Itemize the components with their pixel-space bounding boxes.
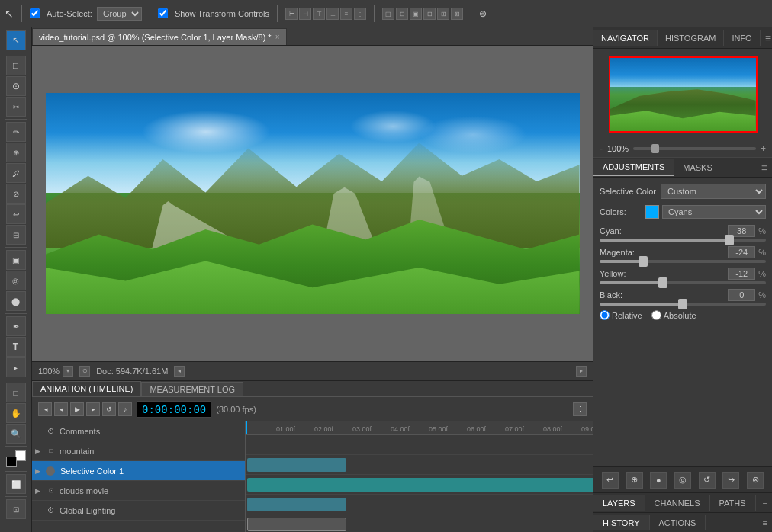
document-tab[interactable]: video_tutorial.psd @ 100% (Selective Col… — [32, 28, 287, 45]
blur-tool-button[interactable]: ◎ — [6, 271, 26, 290]
type-tool-button[interactable]: T — [6, 337, 26, 357]
mountain-expand[interactable]: ▶ — [35, 447, 43, 455]
channels-tab[interactable]: CHANNELS — [645, 495, 710, 511]
quick-mask-button[interactable]: ⬜ — [6, 474, 26, 494]
animation-timeline-tab[interactable]: ANIMATION (TIMELINE) — [32, 381, 141, 396]
magenta-value[interactable] — [728, 246, 755, 258]
relative-radio[interactable] — [600, 310, 610, 320]
info-tab[interactable]: INFO — [724, 30, 760, 46]
zoom-in-button[interactable]: + — [761, 143, 766, 154]
align-bottom-icon[interactable]: ⋮ — [354, 8, 366, 20]
histogram-tab[interactable]: HISTOGRAM — [658, 30, 724, 46]
zoom-out-button[interactable]: - — [600, 143, 603, 154]
track-eye-icon[interactable] — [46, 466, 55, 476]
dodge-tool-button[interactable]: ⬤ — [6, 291, 26, 311]
selective-color-bar[interactable] — [247, 478, 593, 492]
masks-tab[interactable]: MASKS — [674, 160, 722, 175]
loop-button[interactable]: ↺ — [102, 402, 116, 416]
track-selective-color[interactable]: ▶ Selective Color 1 — [32, 461, 245, 481]
align-center-v-icon[interactable]: ≡ — [340, 8, 352, 20]
global-lighting-bar[interactable] — [247, 518, 346, 531]
cyan-slider-track[interactable] — [600, 239, 766, 242]
brush-tool-button[interactable]: 🖊 — [6, 163, 26, 183]
timeline-scroll-right[interactable]: ▸ — [576, 366, 587, 377]
black-value[interactable] — [728, 289, 755, 301]
magenta-slider-track[interactable] — [600, 260, 766, 263]
cyan-swatch[interactable] — [645, 205, 659, 219]
step-back-button[interactable]: ◂ — [54, 402, 68, 416]
eye-button[interactable]: ◎ — [674, 472, 691, 489]
document-tab-close[interactable]: × — [275, 33, 280, 41]
playhead[interactable] — [246, 421, 247, 434]
delete-button[interactable]: ⊗ — [747, 472, 764, 489]
yellow-slider-track[interactable] — [600, 281, 766, 284]
layers-tab[interactable]: LAYERS — [593, 495, 645, 511]
actions-tab[interactable]: ACTIONS — [650, 515, 706, 530]
move-tool-button[interactable]: ↖ — [6, 30, 26, 50]
timeline-menu-button[interactable]: ⋮ — [573, 402, 587, 416]
zoom-tool-button[interactable]: 🔍 — [6, 424, 26, 444]
gradient-tool-button[interactable]: ▣ — [6, 250, 26, 270]
distribute-top-icon[interactable]: ⊟ — [423, 8, 436, 20]
play-button[interactable]: ▶ — [70, 402, 84, 416]
zoom-slider[interactable] — [633, 147, 756, 150]
paths-tab[interactable]: PATHS — [710, 495, 756, 511]
absolute-radio[interactable] — [651, 310, 661, 320]
stamp-tool-button[interactable]: ⊘ — [6, 184, 26, 204]
shape-tool-button[interactable]: □ — [6, 383, 26, 402]
rotate-view-icon[interactable]: ⊙ — [79, 366, 90, 377]
step-forward-button[interactable]: ▸ — [86, 402, 100, 416]
back-button[interactable]: ↩ — [602, 472, 619, 489]
zoom-options-button[interactable]: ▾ — [63, 366, 73, 377]
nav-left-button[interactable]: ◂ — [174, 366, 185, 377]
auto-align-icon[interactable]: ⊛ — [479, 8, 487, 19]
redo-button[interactable]: ↪ — [722, 472, 739, 489]
align-right-icon[interactable]: ⊤ — [313, 8, 325, 20]
bottom-panel-menu[interactable]: ≡ — [758, 498, 772, 508]
adjustments-tab[interactable]: ADJUSTMENTS — [593, 159, 674, 176]
distribute-center-h-icon[interactable]: ⊡ — [396, 8, 408, 20]
absolute-radio-label[interactable]: Absolute — [651, 310, 696, 320]
distribute-right-icon[interactable]: ▣ — [410, 8, 422, 20]
audio-button[interactable]: ♪ — [118, 402, 132, 416]
measurement-log-tab[interactable]: MEASUREMENT LOG — [141, 382, 243, 396]
marquee-tool-button[interactable]: □ — [6, 56, 26, 75]
auto-select-checkbox[interactable] — [30, 8, 40, 18]
pen-tool-button[interactable]: ✒ — [6, 316, 26, 336]
align-center-h-icon[interactable]: ⊣ — [299, 8, 311, 20]
screen-mode-button[interactable]: ⊡ — [6, 499, 26, 519]
yellow-value[interactable] — [728, 268, 755, 280]
adjustment-icon-1[interactable]: ● — [650, 472, 667, 489]
lasso-tool-button[interactable]: ⊙ — [6, 76, 26, 96]
distribute-left-icon[interactable]: ◫ — [382, 8, 394, 20]
undo-button[interactable]: ↺ — [699, 472, 716, 489]
clouds-bar[interactable] — [247, 498, 346, 511]
colors-dropdown[interactable]: Cyans — [662, 205, 766, 219]
navigator-panel-menu[interactable]: ≡ — [761, 32, 772, 44]
history-brush-button[interactable]: ↩ — [6, 204, 26, 224]
relative-radio-label[interactable]: Relative — [600, 310, 642, 320]
go-to-start-button[interactable]: |◂ — [38, 402, 52, 416]
selective-color-expand[interactable]: ▶ — [35, 467, 43, 475]
align-left-icon[interactable]: ⊢ — [285, 8, 298, 20]
eraser-tool-button[interactable]: ⊟ — [6, 225, 26, 245]
heal-tool-button[interactable]: ⊕ — [6, 143, 26, 162]
auto-select-dropdown[interactable]: Group — [97, 7, 142, 21]
distribute-center-v-icon[interactable]: ⊞ — [437, 8, 449, 20]
hand-tool-button[interactable]: ✋ — [6, 403, 26, 423]
new-adjustment-button[interactable]: ⊕ — [626, 472, 643, 489]
align-top-icon[interactable]: ⊥ — [326, 8, 339, 20]
crop-tool-button[interactable]: ✂ — [6, 97, 26, 117]
distribute-bottom-icon[interactable]: ⊠ — [451, 8, 463, 20]
history-tab[interactable]: HISTORY — [593, 515, 650, 530]
clouds-expand[interactable]: ▶ — [35, 487, 43, 495]
path-select-button[interactable]: ▸ — [6, 357, 26, 377]
selective-color-preset[interactable]: Custom — [661, 184, 766, 199]
color-swatches[interactable] — [6, 450, 26, 467]
show-transform-checkbox[interactable] — [158, 8, 168, 18]
navigator-tab[interactable]: NAVIGATOR — [593, 30, 658, 46]
mountain-bar-1[interactable] — [247, 458, 346, 472]
adjustments-panel-menu[interactable]: ≡ — [757, 162, 772, 174]
history-panel-menu[interactable]: ≡ — [758, 518, 772, 527]
eyedropper-tool-button[interactable]: ✏ — [6, 122, 26, 142]
